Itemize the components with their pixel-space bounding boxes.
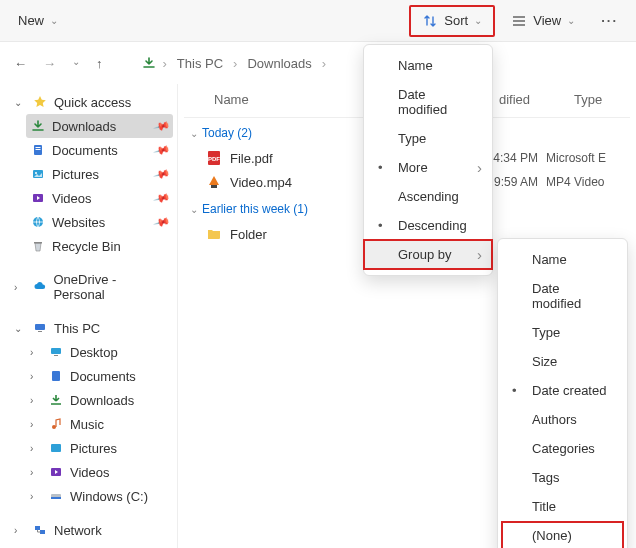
- column-header-type[interactable]: Type: [574, 92, 602, 107]
- sidebar-pc-documents[interactable]: ›Documents: [26, 364, 173, 388]
- svg-rect-9: [38, 331, 42, 332]
- file-type: MP4 Video: [546, 175, 604, 189]
- video-file-icon: [206, 174, 222, 190]
- groupby-name[interactable]: Name: [498, 245, 627, 274]
- chevron-right-icon[interactable]: ›: [30, 491, 42, 502]
- sidebar-label: Pictures: [70, 441, 117, 456]
- svg-rect-2: [36, 149, 41, 150]
- view-icon: [511, 13, 527, 29]
- sort-menu-date-modified[interactable]: Date modified: [364, 80, 492, 124]
- history-chevron-icon[interactable]: ⌄: [72, 56, 80, 71]
- documents-icon: [30, 142, 46, 158]
- forward-button[interactable]: →: [43, 56, 56, 71]
- menu-label: Categories: [532, 441, 595, 456]
- view-button[interactable]: View ⌄: [501, 8, 585, 34]
- sort-menu-type[interactable]: Type: [364, 124, 492, 153]
- groupby-size[interactable]: Size: [498, 347, 627, 376]
- breadcrumb-downloads[interactable]: Downloads: [243, 53, 315, 74]
- sidebar-qa-websites[interactable]: Websites 📌: [26, 210, 173, 234]
- chevron-right-icon[interactable]: ›: [30, 443, 42, 454]
- groupby-tags[interactable]: Tags: [498, 463, 627, 492]
- sidebar-label: Quick access: [54, 95, 131, 110]
- groupby-date-created[interactable]: Date created: [498, 376, 627, 405]
- sort-menu-group-by[interactable]: Group by: [364, 240, 492, 269]
- sidebar-this-pc[interactable]: ⌄ This PC: [10, 316, 173, 340]
- sidebar-qa-pictures[interactable]: Pictures 📌: [26, 162, 173, 186]
- sidebar-pc-pictures[interactable]: ›Pictures: [26, 436, 173, 460]
- chevron-right-icon[interactable]: ›: [14, 525, 26, 536]
- svg-rect-22: [211, 185, 217, 188]
- groupby-type[interactable]: Type: [498, 318, 627, 347]
- chevron-right-icon[interactable]: ›: [30, 467, 42, 478]
- menu-label: More: [398, 160, 428, 175]
- svg-rect-10: [51, 348, 61, 354]
- groupby-categories[interactable]: Categories: [498, 434, 627, 463]
- toolbar: New ⌄ Sort ⌄ View ⌄ ···: [0, 0, 636, 42]
- breadcrumb-this-pc[interactable]: This PC: [173, 53, 227, 74]
- sidebar-quick-access[interactable]: ⌄ Quick access: [10, 90, 173, 114]
- chevron-right-icon[interactable]: ›: [30, 347, 42, 358]
- svg-rect-18: [35, 526, 40, 530]
- address-bar[interactable]: › This PC › Downloads ›: [133, 49, 335, 78]
- chevron-right-icon[interactable]: ›: [30, 395, 42, 406]
- menu-label: Ascending: [398, 189, 459, 204]
- menu-label: Authors: [532, 412, 577, 427]
- column-header-name[interactable]: Name: [214, 92, 364, 107]
- websites-icon: [30, 214, 46, 230]
- chevron-right-icon: ›: [322, 56, 326, 71]
- new-label: New: [18, 13, 44, 28]
- pdf-icon: PDF: [206, 150, 222, 166]
- groupby-none[interactable]: (None): [498, 521, 627, 548]
- menu-label: Title: [532, 499, 556, 514]
- music-icon: [48, 416, 64, 432]
- menu-label: Name: [532, 252, 567, 267]
- pictures-icon: [48, 440, 64, 456]
- chevron-down-icon: ⌄: [50, 15, 58, 26]
- sort-menu-ascending[interactable]: Ascending: [364, 182, 492, 211]
- sidebar-label: Documents: [52, 143, 118, 158]
- back-button[interactable]: ←: [14, 56, 27, 71]
- new-button[interactable]: New ⌄: [8, 8, 68, 33]
- sort-button[interactable]: Sort ⌄: [412, 8, 492, 34]
- file-type: Microsoft E: [546, 151, 606, 165]
- chevron-down-icon[interactable]: ⌄: [14, 97, 26, 108]
- documents-icon: [48, 368, 64, 384]
- groupby-title[interactable]: Title: [498, 492, 627, 521]
- sidebar-pc-desktop[interactable]: ›Desktop: [26, 340, 173, 364]
- sort-menu-name[interactable]: Name: [364, 51, 492, 80]
- chevron-right-icon[interactable]: ›: [30, 371, 42, 382]
- groupby-authors[interactable]: Authors: [498, 405, 627, 434]
- sidebar-qa-downloads[interactable]: Downloads 📌: [26, 114, 173, 138]
- sidebar-qa-documents[interactable]: Documents 📌: [26, 138, 173, 162]
- more-button[interactable]: ···: [591, 8, 628, 33]
- svg-point-4: [35, 172, 37, 174]
- sidebar-qa-recyclebin[interactable]: Recycle Bin: [26, 234, 173, 258]
- sidebar-qa-videos[interactable]: Videos 📌: [26, 186, 173, 210]
- sort-menu-more[interactable]: More: [364, 153, 492, 182]
- sidebar-pc-music[interactable]: ›Music: [26, 412, 173, 436]
- sidebar-label: Windows (C:): [70, 489, 148, 504]
- downloads-icon: [141, 55, 157, 71]
- pin-icon: 📌: [153, 141, 172, 159]
- sort-menu-descending[interactable]: Descending: [364, 211, 492, 240]
- sidebar-pc-drive-c[interactable]: ›Windows (C:): [26, 484, 173, 508]
- sidebar-pc-videos[interactable]: ›Videos: [26, 460, 173, 484]
- view-label: View: [533, 13, 561, 28]
- navbar: ← → ⌄ ↑ › This PC › Downloads ›: [0, 42, 636, 84]
- up-button[interactable]: ↑: [96, 56, 103, 71]
- chevron-down-icon[interactable]: ⌄: [14, 323, 26, 334]
- sidebar-label: Videos: [70, 465, 110, 480]
- chevron-right-icon[interactable]: ›: [14, 282, 26, 293]
- recyclebin-icon: [30, 238, 46, 254]
- svg-text:PDF: PDF: [208, 156, 220, 162]
- sidebar-network[interactable]: › Network: [10, 518, 173, 542]
- chevron-right-icon[interactable]: ›: [30, 419, 42, 430]
- pin-icon: 📌: [153, 189, 172, 207]
- chevron-right-icon: ›: [233, 56, 237, 71]
- svg-rect-1: [36, 147, 41, 148]
- sidebar-pc-downloads[interactable]: ›Downloads: [26, 388, 173, 412]
- group-label-text: Earlier this week (1): [202, 202, 308, 216]
- folder-icon: [206, 226, 222, 242]
- sidebar-onedrive[interactable]: › OneDrive - Personal: [10, 268, 173, 306]
- groupby-date-modified[interactable]: Date modified: [498, 274, 627, 318]
